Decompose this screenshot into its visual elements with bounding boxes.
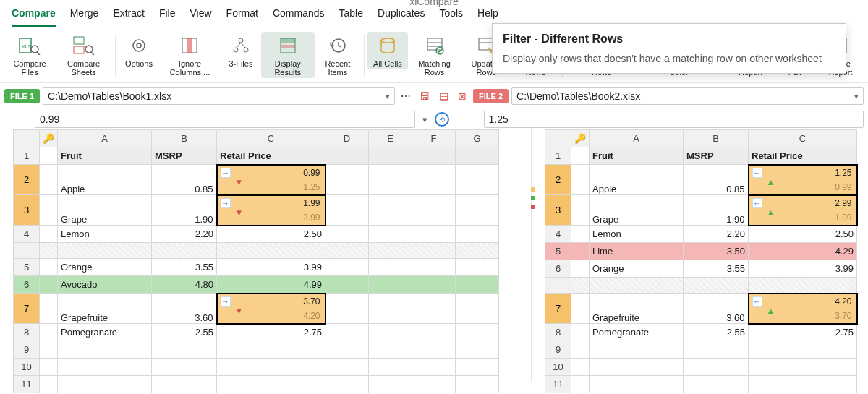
table-row[interactable]: 9 (14, 341, 499, 359)
menu-file[interactable]: File (159, 7, 176, 27)
diff-cell[interactable]: ←▲4.203.70 (749, 294, 857, 324)
col-header-F[interactable]: F (412, 130, 456, 147)
row-header[interactable]: 10 (14, 359, 40, 376)
col-header-A[interactable]: A (590, 130, 684, 147)
row-header[interactable]: 9 (14, 341, 40, 359)
row-header[interactable]: 11 (545, 376, 571, 393)
table-row[interactable]: 4Lemon2.202.50 (545, 226, 857, 243)
table-row[interactable]: 7Grapefruite3.60←▲4.203.70 (545, 294, 857, 324)
merge-arrow-icon[interactable]: ← (752, 198, 762, 208)
menu-tools[interactable]: Tools (439, 7, 463, 27)
table-row[interactable] (14, 243, 499, 259)
ignore-columns-button[interactable]: Ignore Columns ... (159, 32, 221, 78)
browse-icon[interactable]: ⋯ (398, 88, 414, 104)
table-row[interactable]: 7Grapefruite3.60→▼3.704.20 (14, 294, 499, 324)
compare-files-button[interactable]: XLS Compare Files (4, 32, 55, 78)
col-header-E[interactable]: E (369, 130, 412, 147)
mark-changes-button[interactable]: Mark Changes with Color (638, 32, 719, 78)
filter-icon[interactable]: ▤ (435, 88, 451, 104)
table-row[interactable]: 3Grape1.90←▲2.991.99 (545, 195, 857, 226)
close-report-button[interactable]: Close Report (817, 32, 864, 78)
menu-duplicates[interactable]: Duplicates (378, 7, 425, 27)
table-row[interactable]: 6→Avocado4.804.99 (14, 276, 499, 294)
row-header[interactable]: 2 (14, 165, 40, 195)
header-msrp[interactable]: MSRP (152, 147, 217, 165)
menu-merge[interactable]: Merge (70, 7, 99, 27)
recent-items-button[interactable]: Recent Items (315, 32, 362, 78)
row-header[interactable]: 7 (545, 294, 571, 324)
display-results-button[interactable]: Display Results (261, 32, 315, 78)
chevron-down-icon[interactable]: ▾ (386, 92, 390, 101)
diff-cell[interactable]: →▼0.991.25 (217, 165, 326, 195)
diff-cell[interactable]: →▼1.992.99 (217, 195, 326, 226)
row-header[interactable]: 9 (545, 341, 571, 359)
table-row[interactable]: 11 (545, 376, 857, 393)
export-pdf-button[interactable]: PDF Export PDF (775, 32, 817, 78)
diff-cell[interactable]: →▼3.704.20 (217, 294, 326, 324)
menu-format[interactable]: Format (226, 7, 258, 27)
table-row[interactable]: 1FruitMSRPRetail Price (14, 147, 499, 165)
menu-commands[interactable]: Commands (273, 7, 325, 27)
col-header-A[interactable]: A (58, 130, 152, 147)
row-header[interactable]: 7 (14, 294, 40, 324)
table-row[interactable]: 11 (14, 376, 499, 393)
row-header[interactable]: 4 (545, 226, 571, 243)
table-row[interactable]: 5←Lime3.504.29 (545, 243, 857, 260)
row-header[interactable] (14, 243, 40, 259)
table-row[interactable]: 6Orange3.553.99 (545, 260, 857, 278)
diff-cell[interactable]: ←▲2.991.99 (749, 195, 857, 226)
file1-cell-value[interactable]: 0.99 (35, 111, 415, 128)
header-msrp[interactable]: MSRP (684, 147, 749, 165)
row-header[interactable]: 10 (545, 359, 571, 376)
chevron-down-icon[interactable]: ▾ (420, 114, 430, 125)
file2-cell-value[interactable]: 1.25 (484, 111, 864, 128)
compare-sheets-button[interactable]: Compare Sheets (55, 32, 112, 78)
row-header[interactable]: 8 (545, 324, 571, 341)
left-grid[interactable]: 🔑ABCDEFG1FruitMSRPRetail Price2Apple0.85… (13, 129, 499, 393)
row-header[interactable]: 2 (545, 165, 571, 195)
row-header[interactable]: 3 (545, 195, 571, 226)
row-header[interactable]: 6→ (14, 276, 40, 294)
diff-cell[interactable]: ←▲1.250.99 (749, 165, 857, 195)
row-header[interactable]: 11 (14, 376, 40, 393)
row-header[interactable]: 4 (14, 226, 40, 243)
table-row[interactable]: 1FruitMSRPRetail Price (545, 147, 857, 165)
col-header-B[interactable]: B (684, 130, 749, 147)
file1-path-input[interactable]: C:\Demo\Tables\Book1.xlsx ▾ (43, 87, 395, 105)
header-fruit[interactable]: Fruit (590, 147, 684, 165)
row-header[interactable]: 8 (14, 324, 40, 341)
table-row[interactable]: 5Orange3.553.99 (14, 259, 499, 276)
merge-arrow-icon[interactable]: → (221, 168, 231, 178)
menu-view[interactable]: View (190, 7, 212, 27)
save-icon[interactable]: 🖫 (417, 88, 433, 104)
header-retail[interactable]: Retail Price (217, 147, 326, 165)
create-report-button[interactable]: X Create Report (726, 32, 775, 78)
remove-hidden-rows-button[interactable]: Remove Hidden Rows (566, 32, 639, 78)
col-header-G[interactable]: G (456, 130, 499, 147)
row-header[interactable]: 1 (14, 147, 40, 165)
row-header[interactable]: 5 (14, 259, 40, 276)
header-retail[interactable]: Retail Price (749, 147, 857, 165)
col-header-B[interactable]: B (152, 130, 217, 147)
table-row[interactable]: 9 (545, 341, 857, 359)
table-row[interactable]: 8Pomegranate2.552.75 (545, 324, 857, 341)
matching-rows-button[interactable]: Matching Rows (408, 32, 461, 78)
row-header[interactable]: 1 (545, 147, 571, 165)
row-header[interactable]: 5← (545, 243, 571, 260)
table-row[interactable]: 8Pomegranate2.552.75 (14, 324, 499, 341)
close-file-icon[interactable]: ⊠ (454, 88, 470, 104)
menu-help[interactable]: Help (477, 7, 498, 27)
table-row[interactable]: 2Apple0.85←▲1.250.99 (545, 165, 857, 195)
all-cells-button[interactable]: All Cells (367, 32, 408, 69)
unique-rows-button[interactable]: Unique Rows (512, 32, 559, 78)
table-row[interactable]: 10 (14, 359, 499, 376)
updated-rows-button[interactable]: Updated Rows (461, 32, 512, 78)
options-button[interactable]: Options (119, 32, 159, 69)
merge-arrow-icon[interactable]: ← (752, 168, 762, 178)
three-files-button[interactable]: 3-Files (221, 32, 261, 69)
merge-arrow-icon[interactable]: ← (752, 296, 762, 307)
right-grid[interactable]: 🔑ABC1FruitMSRPRetail Price2Apple0.85←▲1.… (545, 129, 858, 393)
table-row[interactable] (545, 278, 857, 294)
table-row[interactable]: 10 (545, 359, 857, 376)
row-header[interactable]: 3 (14, 195, 40, 226)
